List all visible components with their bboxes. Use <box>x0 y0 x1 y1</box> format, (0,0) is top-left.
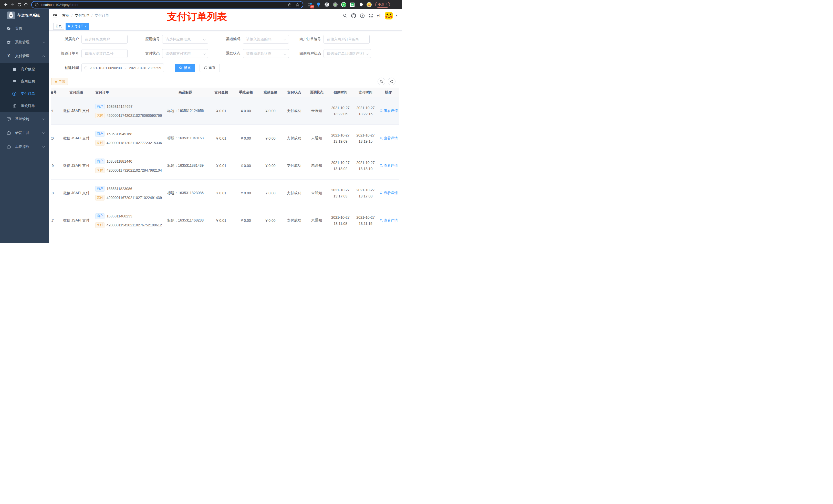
cell-notify-status: 未通知 <box>305 109 328 113</box>
cell-channel: 微信 JSAPI 支付 <box>63 163 90 168</box>
share-icon[interactable] <box>288 3 292 7</box>
cell-id: 21 <box>51 109 63 113</box>
search-button[interactable]: 搜索 <box>175 64 195 72</box>
cell-title: 标题：1635311823086 <box>162 191 209 195</box>
chevron-down-icon <box>43 145 45 148</box>
field-label: 创建时间 <box>51 66 81 70</box>
merchant-select[interactable] <box>82 35 127 43</box>
sidebar-item-infrastructure[interactable]: 基础设施 <box>0 112 49 126</box>
view-detail-link[interactable]: 查看详情 <box>380 136 398 141</box>
cell-refund-amount: ¥ 0.00 <box>258 191 283 195</box>
table-row: 19 微信 JSAPI 支付 商户 1635311881440 支付 42000… <box>51 152 399 179</box>
recorder-extension-icon[interactable] <box>333 2 338 7</box>
reset-button[interactable]: 重置 <box>199 64 220 72</box>
font-size-icon[interactable]: TT <box>377 13 381 18</box>
close-icon[interactable]: × <box>85 25 87 28</box>
app-logo-row[interactable]: 芋道管理系统 <box>0 9 49 22</box>
cell-title: 标题：1635312124656 <box>162 109 209 113</box>
channel-order-no-input[interactable] <box>82 49 127 57</box>
filter-create-time: 创建时间 2021-10-01 00:00:00 - 2021-10-31 23… <box>51 64 164 72</box>
pay-status-select[interactable] <box>162 49 208 57</box>
command-extension-icon[interactable] <box>324 2 329 7</box>
refresh-icon <box>204 66 207 70</box>
chat-extension-icon[interactable] <box>350 2 355 7</box>
breadcrumb: 首页 / 支付管理 / 支付订单 <box>62 13 109 18</box>
y-extension-icon[interactable]: y <box>341 2 346 7</box>
user-avatar[interactable] <box>385 12 393 20</box>
header-search-icon[interactable] <box>343 13 347 18</box>
bookmark-star-icon[interactable] <box>295 3 300 7</box>
cell-create-time: 2021-10-27 13:22:05 <box>328 105 353 117</box>
cell-create-time: 2021-10-27 13:19:09 <box>328 132 353 145</box>
app-select[interactable] <box>162 35 208 43</box>
breadcrumb-payment[interactable]: 支付管理 <box>75 13 89 18</box>
col-refund-amount: 退款金额 <box>258 90 283 95</box>
help-icon[interactable]: ? <box>360 13 365 18</box>
cell-pay-time: 2021-10-27 13:19:15 <box>353 132 378 145</box>
tab-manager-extension-icon[interactable]: 10 <box>307 2 312 7</box>
view-detail-link[interactable]: 查看详情 <box>380 191 398 195</box>
view-detail-link[interactable]: 查看详情 <box>380 109 398 113</box>
url-text: localhost:1024/pay/order <box>41 3 288 7</box>
tab-home[interactable]: 首页 <box>53 23 64 30</box>
sidebar-item-payment[interactable]: ¥ 支付管理 <box>0 49 49 63</box>
sidebar-item-home[interactable]: 首页 <box>0 22 49 35</box>
refresh-table-button[interactable] <box>388 78 396 85</box>
sidebar-item-dev-tools[interactable]: 研发工具 <box>0 126 49 140</box>
clock-icon <box>84 66 88 70</box>
channel-code-select[interactable] <box>243 35 289 43</box>
extensions-puzzle-icon[interactable] <box>358 2 363 7</box>
home-icon <box>24 2 28 7</box>
browser-back-button[interactable] <box>3 1 9 8</box>
sidebar: 芋道管理系统 首页 系统管理 ¥ <box>0 9 49 243</box>
browser-update-button[interactable]: 更新 <box>375 2 390 8</box>
refund-status-select[interactable] <box>243 49 289 57</box>
browser-forward-button[interactable] <box>9 1 16 8</box>
col-pay-time: 支付时间 <box>353 90 378 95</box>
sidebar-item-system[interactable]: 系统管理 <box>0 35 49 49</box>
cell-pay-status: 支付成功 <box>283 218 305 223</box>
breadcrumb-current: 支付订单 <box>95 13 109 18</box>
sidebar-item-label: 研发工具 <box>15 130 43 135</box>
col-id: 编号 <box>51 90 63 95</box>
fullscreen-icon[interactable] <box>368 13 373 18</box>
browser-home-button[interactable] <box>23 1 29 8</box>
sidebar-item-app-info[interactable]: 应用信息 <box>0 75 49 88</box>
show-search-button[interactable] <box>378 78 385 85</box>
sidebar-item-workflow[interactable]: 工作流程 <box>0 140 49 154</box>
sidebar-collapse-button[interactable] <box>52 13 57 18</box>
site-info-icon[interactable] <box>35 3 39 7</box>
cell-create-time: 2021-10-27 13:18:02 <box>328 160 353 172</box>
browser-menu-icon[interactable] <box>386 3 387 6</box>
merchant-order-no-input[interactable] <box>324 35 370 43</box>
merchant-order-no: 1635311823086 <box>106 187 132 191</box>
pay-tag: 支付 <box>95 140 104 146</box>
view-detail-link[interactable]: 查看详情 <box>380 163 398 168</box>
sidebar-item-pay-order[interactable]: 支付订单 <box>0 88 49 100</box>
balloon-icon <box>316 2 320 7</box>
date-range-picker[interactable]: 2021-10-01 00:00:00 - 2021-10-31 23:59:5… <box>81 64 164 72</box>
export-button[interactable]: 导出 <box>51 78 68 85</box>
tab-pay-order[interactable]: 支付订单 × <box>66 23 89 30</box>
col-title: 商品标题 <box>162 90 209 95</box>
table-row: 17 微信 JSAPI 支付 商户 1635311468233 支付 42000… <box>51 207 399 234</box>
view-detail-link[interactable]: 查看详情 <box>380 218 398 223</box>
github-icon[interactable] <box>351 13 356 18</box>
download-icon <box>54 80 57 83</box>
breadcrumb-home[interactable]: 首页 <box>62 13 69 18</box>
svg-text:y: y <box>343 3 344 6</box>
emoji-extension-icon[interactable] <box>366 2 372 7</box>
sidebar-item-merchant-info[interactable]: 商户信息 <box>0 63 49 75</box>
notify-status-select[interactable] <box>324 49 371 57</box>
avatar-caret-icon[interactable] <box>396 15 398 16</box>
filter-app-id: 应用编号 <box>132 35 213 44</box>
cell-pay-time: 2021-10-27 13:11:15 <box>353 214 378 227</box>
sidebar-item-refund-order[interactable]: 退款订单 <box>0 100 49 112</box>
browser-reload-button[interactable] <box>16 1 23 8</box>
payment-submenu: 商户信息 应用信息 支付订单 <box>0 63 49 112</box>
merchant-order-no: 1635311881440 <box>106 159 132 163</box>
date-end: 2021-10-31 23:59:59 <box>129 66 161 70</box>
address-bar[interactable]: localhost:1024/pay/order <box>31 1 303 8</box>
cell-refund-amount: ¥ 0.00 <box>258 218 283 222</box>
balloon-extension-icon[interactable] <box>316 2 321 7</box>
